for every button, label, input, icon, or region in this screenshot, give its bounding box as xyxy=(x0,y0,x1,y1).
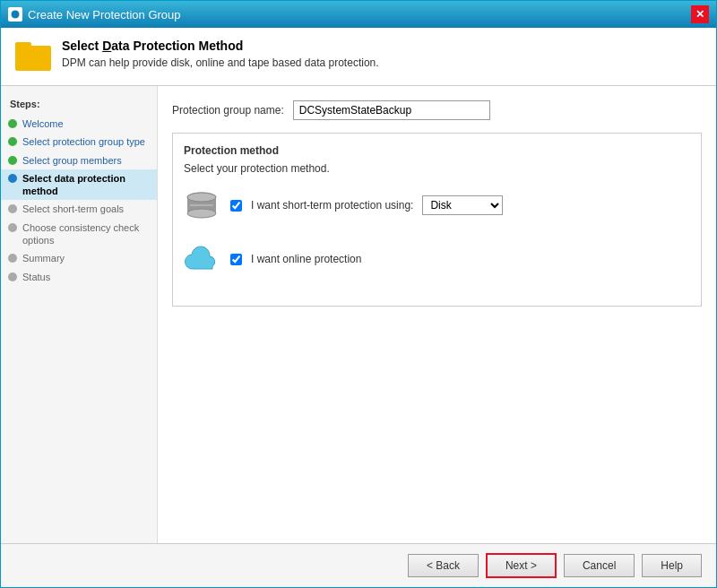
step-dot-consistency-check xyxy=(8,223,17,232)
sidebar-item-label-data-protection-method: Select data protection method xyxy=(22,172,150,198)
app-icon xyxy=(8,7,22,22)
sidebar-item-group-members[interactable]: Select group members xyxy=(1,151,157,169)
close-button[interactable]: ✕ xyxy=(691,5,709,23)
back-button[interactable]: < Back xyxy=(408,554,479,577)
sidebar-item-short-term-goals[interactable]: Select short-term goals xyxy=(1,200,157,218)
sidebar-item-label-consistency-check: Choose consistency check options xyxy=(22,221,150,247)
short-term-controls: I want short-term protection using: Disk… xyxy=(230,195,690,215)
header-description: DPM can help provide disk, online and ta… xyxy=(62,56,379,69)
sidebar-item-consistency-check[interactable]: Choose consistency check options xyxy=(1,219,157,250)
step-dot-data-protection-method xyxy=(8,174,17,183)
window-title: Create New Protection Group xyxy=(28,8,181,22)
step-dot-welcome xyxy=(8,119,17,128)
footer: < Back Next > Cancel Help xyxy=(1,543,716,587)
content-area: Steps: Welcome Select protection group t… xyxy=(1,86,716,543)
sidebar-item-label-summary: Summary xyxy=(22,252,65,264)
sidebar-item-label-protection-group-type: Select protection group type xyxy=(22,135,145,148)
header-panel: Select Data Protection Method DPM can he… xyxy=(1,28,716,86)
header-title: Select Data Protection Method xyxy=(62,39,379,53)
step-dot-summary xyxy=(8,254,17,263)
step-dot-status xyxy=(8,272,17,281)
sidebar-item-welcome[interactable]: Welcome xyxy=(1,115,157,133)
sidebar-item-summary[interactable]: Summary xyxy=(1,249,157,267)
sidebar: Steps: Welcome Select protection group t… xyxy=(1,86,158,543)
short-term-protection-option: I want short-term protection using: Disk… xyxy=(184,187,690,223)
online-label: I want online protection xyxy=(251,253,361,265)
sidebar-item-protection-group-type[interactable]: Select protection group type xyxy=(1,133,157,151)
protection-method-title: Protection method xyxy=(184,144,690,157)
steps-label: Steps: xyxy=(1,95,157,115)
main-content: Protection group name: Protection method… xyxy=(158,86,716,543)
sidebar-item-label-group-members: Select group members xyxy=(22,154,122,167)
title-bar: Create New Protection Group ✕ xyxy=(1,1,716,28)
protection-group-name-row: Protection group name: xyxy=(172,100,702,120)
online-checkbox[interactable] xyxy=(230,254,242,265)
online-protection-option: I want online protection xyxy=(184,241,690,277)
protection-method-section: Protection method Select your protection… xyxy=(172,133,702,307)
sidebar-item-data-protection-method[interactable]: Select data protection method xyxy=(1,169,157,201)
cloud-icon xyxy=(184,241,220,277)
disk-icon xyxy=(184,187,220,223)
step-dot-protection-group-type xyxy=(8,137,17,146)
online-controls: I want online protection xyxy=(230,253,690,265)
step-dot-group-members xyxy=(8,156,17,165)
next-button[interactable]: Next > xyxy=(486,553,557,578)
sidebar-item-status[interactable]: Status xyxy=(1,268,157,286)
step-dot-short-term-goals xyxy=(8,204,17,213)
help-button[interactable]: Help xyxy=(642,554,702,577)
cancel-button[interactable]: Cancel xyxy=(564,554,635,577)
header-text: Select Data Protection Method DPM can he… xyxy=(62,39,379,69)
short-term-label: I want short-term protection using: xyxy=(251,199,413,212)
short-term-checkbox[interactable] xyxy=(230,200,242,212)
svg-point-0 xyxy=(11,10,20,19)
sidebar-item-label-short-term-goals: Select short-term goals xyxy=(22,203,124,215)
main-window: Create New Protection Group ✕ Select Dat… xyxy=(0,0,717,588)
sidebar-item-label-status: Status xyxy=(22,271,50,283)
protection-group-name-label: Protection group name: xyxy=(172,104,284,117)
title-bar-left: Create New Protection Group xyxy=(8,7,181,22)
svg-point-3 xyxy=(187,209,216,218)
svg-point-4 xyxy=(187,193,216,202)
folder-icon xyxy=(15,39,51,74)
sidebar-item-label-welcome: Welcome xyxy=(22,117,64,130)
protection-method-desc: Select your protection method. xyxy=(184,162,690,175)
protection-type-select[interactable]: Disk Tape Both xyxy=(422,195,503,215)
protection-group-name-input[interactable] xyxy=(293,100,490,120)
